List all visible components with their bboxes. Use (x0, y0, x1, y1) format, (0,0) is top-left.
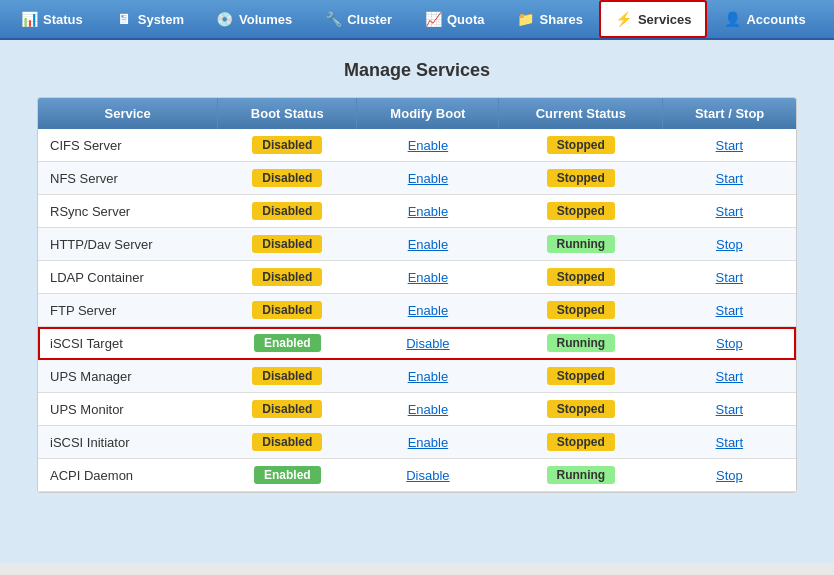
current-status-badge: Running (547, 235, 616, 253)
nav-item-shares[interactable]: 📁Shares (501, 0, 599, 38)
table-header: ServiceBoot StatusModify BootCurrent Sta… (38, 98, 796, 129)
page-content: Manage Services ServiceBoot StatusModify… (0, 40, 834, 563)
start-stop-link[interactable]: Start (716, 171, 743, 186)
start-stop-link[interactable]: Start (716, 402, 743, 417)
boot-status: Disabled (218, 228, 357, 261)
start-stop-link[interactable]: Start (716, 435, 743, 450)
nav-label-system: System (138, 12, 184, 27)
current-status-badge: Stopped (547, 301, 615, 319)
nav-label-status: Status (43, 12, 83, 27)
main-navbar: 📊Status🖥System💿Volumes🔧Cluster📈Quota📁Sha… (0, 0, 834, 40)
current-status-badge: Stopped (547, 136, 615, 154)
service-name: FTP Server (38, 294, 218, 327)
start-stop-link[interactable]: Start (716, 369, 743, 384)
boot-status-badge: Disabled (252, 202, 322, 220)
boot-status-badge: Disabled (252, 235, 322, 253)
current-status-badge: Running (547, 334, 616, 352)
quota-icon: 📈 (424, 10, 442, 28)
modify-boot-link[interactable]: Enable (408, 171, 448, 186)
service-name: CIFS Server (38, 129, 218, 162)
table-row: RSync ServerDisabledEnableStoppedStart (38, 195, 796, 228)
volumes-icon: 💿 (216, 10, 234, 28)
start-stop: Start (663, 129, 796, 162)
boot-status-badge: Disabled (252, 136, 322, 154)
current-status-badge: Stopped (547, 202, 615, 220)
current-status: Stopped (499, 195, 663, 228)
service-name: iSCSI Target (38, 327, 218, 360)
modify-boot-link[interactable]: Enable (408, 402, 448, 417)
nav-item-accounts[interactable]: 👤Accounts (707, 0, 821, 38)
nav-item-volumes[interactable]: 💿Volumes (200, 0, 308, 38)
shares-icon: 📁 (517, 10, 535, 28)
col-header-current-status: Current Status (499, 98, 663, 129)
modify-boot: Enable (357, 129, 499, 162)
current-status: Stopped (499, 426, 663, 459)
start-stop-link[interactable]: Start (716, 138, 743, 153)
table-row: NFS ServerDisabledEnableStoppedStart (38, 162, 796, 195)
start-stop-link[interactable]: Start (716, 204, 743, 219)
modify-boot-link[interactable]: Enable (408, 270, 448, 285)
table-row: CIFS ServerDisabledEnableStoppedStart (38, 129, 796, 162)
nav-item-status[interactable]: 📊Status (4, 0, 99, 38)
boot-status: Disabled (218, 162, 357, 195)
boot-status: Disabled (218, 261, 357, 294)
boot-status: Enabled (218, 459, 357, 492)
modify-boot-link[interactable]: Enable (408, 204, 448, 219)
modify-boot-link[interactable]: Enable (408, 237, 448, 252)
current-status-badge: Running (547, 466, 616, 484)
table-row: UPS ManagerDisabledEnableStoppedStart (38, 360, 796, 393)
start-stop-link[interactable]: Start (716, 303, 743, 318)
status-icon: 📊 (20, 10, 38, 28)
start-stop-link[interactable]: Stop (716, 336, 743, 351)
nav-item-system[interactable]: 🖥System (99, 0, 200, 38)
boot-status-badge: Disabled (252, 433, 322, 451)
boot-status: Disabled (218, 360, 357, 393)
modify-boot: Enable (357, 426, 499, 459)
boot-status: Disabled (218, 426, 357, 459)
col-header-modify-boot: Modify Boot (357, 98, 499, 129)
start-stop-link[interactable]: Start (716, 270, 743, 285)
system-icon: 🖥 (115, 10, 133, 28)
services-table: ServiceBoot StatusModify BootCurrent Sta… (38, 98, 796, 492)
nav-label-cluster: Cluster (347, 12, 392, 27)
start-stop: Start (663, 195, 796, 228)
current-status-badge: Stopped (547, 169, 615, 187)
nav-label-quota: Quota (447, 12, 485, 27)
boot-status: Enabled (218, 327, 357, 360)
boot-status: Disabled (218, 129, 357, 162)
nav-label-accounts: Accounts (746, 12, 805, 27)
start-stop-link[interactable]: Stop (716, 237, 743, 252)
start-stop: Stop (663, 228, 796, 261)
table-row: iSCSI TargetEnabledDisableRunningStop (38, 327, 796, 360)
service-name: RSync Server (38, 195, 218, 228)
service-name: iSCSI Initiator (38, 426, 218, 459)
boot-status-badge: Disabled (252, 367, 322, 385)
nav-item-services[interactable]: ⚡Services (599, 0, 708, 38)
table-row: UPS MonitorDisabledEnableStoppedStart (38, 393, 796, 426)
modify-boot-link[interactable]: Enable (408, 303, 448, 318)
modify-boot-link[interactable]: Disable (406, 468, 449, 483)
current-status: Running (499, 327, 663, 360)
start-stop: Start (663, 393, 796, 426)
modify-boot-link[interactable]: Enable (408, 435, 448, 450)
table-row: ACPI DaemonEnabledDisableRunningStop (38, 459, 796, 492)
service-name: HTTP/Dav Server (38, 228, 218, 261)
start-stop-link[interactable]: Stop (716, 468, 743, 483)
table-body: CIFS ServerDisabledEnableStoppedStartNFS… (38, 129, 796, 492)
nav-item-quota[interactable]: 📈Quota (408, 0, 501, 38)
current-status-badge: Stopped (547, 268, 615, 286)
current-status: Running (499, 228, 663, 261)
modify-boot-link[interactable]: Enable (408, 138, 448, 153)
modify-boot-link[interactable]: Enable (408, 369, 448, 384)
service-name: LDAP Container (38, 261, 218, 294)
table-row: iSCSI InitiatorDisabledEnableStoppedStar… (38, 426, 796, 459)
current-status: Stopped (499, 261, 663, 294)
accounts-icon: 👤 (723, 10, 741, 28)
boot-status-badge: Disabled (252, 268, 322, 286)
nav-item-cluster[interactable]: 🔧Cluster (308, 0, 408, 38)
modify-boot: Enable (357, 360, 499, 393)
table-row: HTTP/Dav ServerDisabledEnableRunningStop (38, 228, 796, 261)
modify-boot-link[interactable]: Disable (406, 336, 449, 351)
col-header-service: Service (38, 98, 218, 129)
service-name: UPS Monitor (38, 393, 218, 426)
